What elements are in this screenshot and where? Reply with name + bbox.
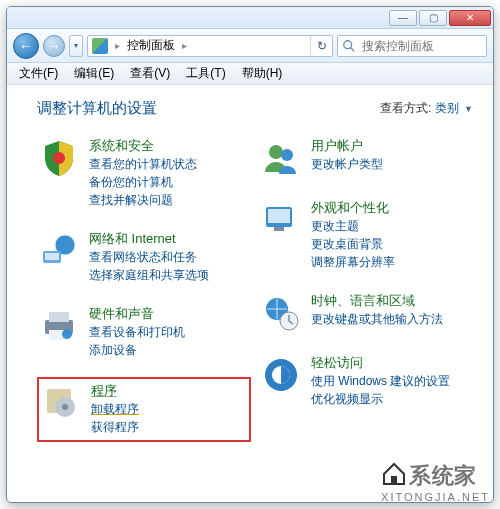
navbar: ← → ▾ ▸ 控制面板 ▸ ↻ bbox=[7, 29, 493, 63]
category-system-security[interactable]: 系统和安全 查看您的计算机状态 备份您的计算机 查找并解决问题 bbox=[37, 134, 251, 213]
category-link[interactable]: 查看网络状态和任务 bbox=[89, 248, 209, 266]
category-user-accounts[interactable]: 用户帐户 更改帐户类型 bbox=[259, 134, 473, 182]
search-icon bbox=[342, 39, 356, 53]
svg-rect-17 bbox=[274, 227, 284, 231]
category-appearance[interactable]: 外观和个性化 更改主题 更改桌面背景 调整屏幕分辨率 bbox=[259, 196, 473, 275]
control-panel-icon bbox=[92, 38, 108, 54]
breadcrumb-sep: ▸ bbox=[112, 40, 123, 51]
nav-history-dropdown[interactable]: ▾ bbox=[69, 35, 83, 57]
breadcrumb-sep: ▸ bbox=[179, 40, 190, 51]
category-network-internet[interactable]: 网络和 Internet 查看网络状态和任务 选择家庭组和共享选项 bbox=[37, 227, 251, 288]
svg-point-9 bbox=[62, 329, 72, 339]
category-title[interactable]: 轻松访问 bbox=[311, 355, 450, 372]
category-hardware-sound[interactable]: 硬件和声音 查看设备和打印机 添加设备 bbox=[37, 302, 251, 363]
content-area: 调整计算机的设置 查看方式: 类别 ▼ 系统和安全 查看您的计算机状态 备份您的… bbox=[7, 85, 493, 502]
menu-edit[interactable]: 编辑(E) bbox=[68, 63, 120, 84]
view-by-control[interactable]: 查看方式: 类别 ▼ bbox=[380, 100, 473, 117]
category-title[interactable]: 程序 bbox=[91, 383, 139, 400]
breadcrumb-root[interactable]: 控制面板 bbox=[123, 37, 179, 54]
svg-point-2 bbox=[53, 152, 65, 164]
category-link[interactable]: 查看您的计算机状态 bbox=[89, 155, 197, 173]
menu-help[interactable]: 帮助(H) bbox=[236, 63, 289, 84]
column-right: 用户帐户 更改帐户类型 外观和个性化 更改主题 更改桌面背景 调整屏幕分辨率 bbox=[259, 134, 473, 442]
category-title[interactable]: 用户帐户 bbox=[311, 138, 383, 155]
category-link[interactable]: 备份您的计算机 bbox=[89, 173, 197, 191]
svg-point-13 bbox=[269, 145, 283, 159]
svg-rect-5 bbox=[45, 253, 59, 260]
content-header: 调整计算机的设置 查看方式: 类别 ▼ bbox=[37, 99, 473, 118]
category-link[interactable]: 查找并解决问题 bbox=[89, 191, 197, 209]
printer-icon bbox=[39, 306, 79, 346]
menu-tools[interactable]: 工具(T) bbox=[180, 63, 231, 84]
category-title[interactable]: 时钟、语言和区域 bbox=[311, 293, 443, 310]
maximize-button[interactable]: ▢ bbox=[419, 10, 447, 26]
forward-button[interactable]: → bbox=[43, 35, 65, 57]
category-title[interactable]: 硬件和声音 bbox=[89, 306, 185, 323]
category-link[interactable]: 查看设备和打印机 bbox=[89, 323, 185, 341]
category-link-uninstall[interactable]: 卸载程序 bbox=[91, 400, 139, 418]
category-link[interactable]: 选择家庭组和共享选项 bbox=[89, 266, 209, 284]
shield-icon bbox=[39, 138, 79, 178]
category-link[interactable]: 更改键盘或其他输入方法 bbox=[311, 310, 443, 328]
category-columns: 系统和安全 查看您的计算机状态 备份您的计算机 查找并解决问题 网络和 Inte… bbox=[37, 134, 473, 442]
search-input[interactable] bbox=[360, 38, 486, 54]
back-button[interactable]: ← bbox=[13, 33, 39, 59]
category-ease-of-access[interactable]: 轻松访问 使用 Windows 建议的设置 优化视频显示 bbox=[259, 351, 473, 412]
user-accounts-icon bbox=[261, 138, 301, 178]
category-link[interactable]: 调整屏幕分辨率 bbox=[311, 253, 395, 271]
appearance-icon bbox=[261, 200, 301, 240]
menu-view[interactable]: 查看(V) bbox=[124, 63, 176, 84]
category-link[interactable]: 添加设备 bbox=[89, 341, 185, 359]
control-panel-window: — ▢ ✕ ← → ▾ ▸ 控制面板 ▸ ↻ 文件(F) 编辑(E) 查看(V)… bbox=[6, 6, 494, 503]
clock-globe-icon bbox=[261, 293, 301, 333]
page-title: 调整计算机的设置 bbox=[37, 99, 157, 118]
view-by-value: 类别 bbox=[435, 101, 459, 115]
globe-network-icon bbox=[39, 231, 79, 271]
category-link[interactable]: 使用 Windows 建议的设置 bbox=[311, 372, 450, 390]
chevron-down-icon: ▼ bbox=[462, 104, 473, 114]
column-left: 系统和安全 查看您的计算机状态 备份您的计算机 查找并解决问题 网络和 Inte… bbox=[37, 134, 251, 442]
category-link[interactable]: 更改桌面背景 bbox=[311, 235, 395, 253]
category-link[interactable]: 更改帐户类型 bbox=[311, 155, 383, 173]
svg-rect-16 bbox=[268, 209, 290, 223]
view-by-label: 查看方式: bbox=[380, 101, 431, 115]
search-box[interactable] bbox=[337, 35, 487, 57]
category-title[interactable]: 系统和安全 bbox=[89, 138, 197, 155]
titlebar: — ▢ ✕ bbox=[7, 7, 493, 29]
programs-icon bbox=[41, 383, 81, 423]
refresh-button[interactable]: ↻ bbox=[310, 36, 332, 56]
minimize-button[interactable]: — bbox=[389, 10, 417, 26]
category-link-get-programs[interactable]: 获得程序 bbox=[91, 418, 139, 436]
category-programs[interactable]: 程序 卸载程序 获得程序 bbox=[37, 377, 251, 442]
menubar: 文件(F) 编辑(E) 查看(V) 工具(T) 帮助(H) bbox=[7, 63, 493, 85]
ease-of-access-icon bbox=[261, 355, 301, 395]
category-clock-language[interactable]: 时钟、语言和区域 更改键盘或其他输入方法 bbox=[259, 289, 473, 337]
category-title[interactable]: 网络和 Internet bbox=[89, 231, 209, 248]
svg-line-1 bbox=[351, 47, 355, 51]
category-link[interactable]: 更改主题 bbox=[311, 217, 395, 235]
close-button[interactable]: ✕ bbox=[449, 10, 491, 26]
category-title[interactable]: 外观和个性化 bbox=[311, 200, 395, 217]
svg-point-0 bbox=[344, 40, 352, 48]
category-link[interactable]: 优化视频显示 bbox=[311, 390, 450, 408]
svg-point-12 bbox=[62, 404, 68, 410]
svg-rect-7 bbox=[49, 312, 69, 322]
address-bar[interactable]: ▸ 控制面板 ▸ ↻ bbox=[87, 35, 333, 57]
svg-point-14 bbox=[281, 149, 293, 161]
menu-file[interactable]: 文件(F) bbox=[13, 63, 64, 84]
